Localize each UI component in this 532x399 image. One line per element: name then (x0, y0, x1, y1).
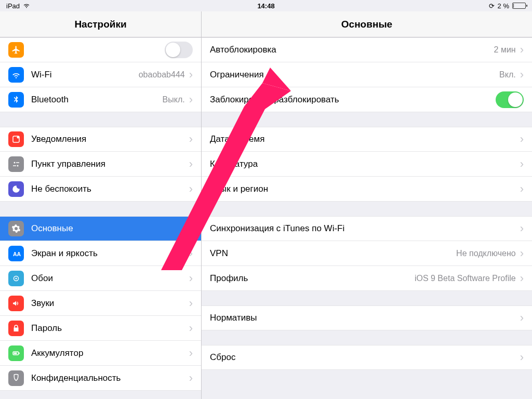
sidebar-item-privacy[interactable]: Конфиденциальность› (0, 366, 201, 391)
status-device-name: iPad (6, 2, 20, 10)
detail-item-label: Нормативы (210, 313, 520, 323)
battery-icon (8, 345, 24, 361)
svg-point-1 (17, 136, 20, 139)
detail-item-value: iOS 9 Beta Software Profile (415, 274, 516, 283)
chevron-right-icon: › (189, 134, 193, 145)
chevron-right-icon: › (520, 44, 524, 56)
sidebar-item-display[interactable]: AAЭкран и яркость› (0, 241, 201, 266)
svg-point-8 (16, 277, 17, 279)
sidebar-item-label: Обои (31, 273, 189, 284)
battery-status-icon (512, 3, 526, 9)
detail-item-label: VPN (210, 248, 456, 259)
sidebar-item-wallpaper[interactable]: Обои› (0, 266, 201, 291)
detail-item-label: Ограничения (210, 70, 499, 80)
detail-item-lockunlock[interactable]: Заблокировать/разблокировать (202, 87, 532, 112)
detail-item-datetime[interactable]: Дата и время› (202, 127, 532, 152)
detail-item-vpn[interactable]: VPNНе подключено› (202, 241, 532, 266)
sidebar-item-dnd[interactable]: Не беспокоить› (0, 177, 201, 202)
detail-item-label: Клавиатура (210, 159, 520, 169)
privacy-icon (8, 370, 24, 386)
gear-icon (8, 221, 24, 236)
detail-item-itunessync[interactable]: Синхронизация с iTunes по Wi-Fi› (202, 216, 532, 241)
bluetooth-icon (8, 92, 24, 108)
battery-percent: 2 % (498, 2, 509, 10)
dnd-icon (8, 181, 24, 197)
detail-item-keyboard[interactable]: Клавиатура› (202, 152, 532, 177)
chevron-right-icon: › (520, 248, 524, 259)
sidebar-item-label: Экран и яркость (31, 248, 189, 259)
chevron-right-icon: › (189, 248, 193, 259)
sidebar-item-notifications[interactable]: Уведомления› (0, 127, 201, 152)
orientation-lock-icon: ⟳ (489, 2, 495, 10)
svg-rect-3 (16, 162, 19, 163)
chevron-right-icon: › (520, 352, 524, 363)
detail-item-langregion[interactable]: Язык и регион› (202, 177, 532, 202)
controlcenter-icon (8, 156, 24, 172)
detail-item-value: 2 мин (494, 45, 516, 55)
detail-item-autolock[interactable]: Автоблокировка2 мин› (202, 37, 532, 62)
sidebar-item-label: Wi-Fi (31, 70, 139, 80)
detail-item-label: Профиль (210, 273, 415, 284)
chevron-right-icon: › (189, 323, 193, 334)
wifi-status-icon (23, 2, 30, 10)
detail-list[interactable]: Автоблокировка2 мин›ОграниченияВкл.›Забл… (202, 37, 532, 399)
svg-point-4 (17, 165, 19, 166)
chevron-right-icon: › (189, 298, 193, 309)
sidebar-item-label: Пароль (31, 323, 189, 334)
sidebar-list[interactable]: Wi-Fiobaobab444›BluetoothВыкл.›Уведомлен… (0, 37, 201, 399)
detail-item-label: Сброс (210, 352, 520, 363)
sidebar-item-airplane[interactable] (0, 37, 201, 62)
chevron-right-icon: › (189, 373, 193, 384)
svg-rect-5 (13, 165, 16, 166)
chevron-right-icon: › (189, 183, 193, 195)
detail-item-reset[interactable]: Сброс› (202, 345, 532, 370)
sidebar-item-value: Выкл. (163, 95, 185, 104)
notifications-icon (8, 131, 24, 147)
detail-item-label: Заблокировать/разблокировать (210, 95, 496, 105)
sidebar-item-general[interactable]: Основные› (0, 216, 201, 241)
chevron-right-icon: › (189, 69, 193, 81)
detail-title: Основные (202, 11, 532, 37)
display-icon: AA (8, 246, 24, 261)
chevron-right-icon: › (520, 134, 524, 145)
sidebar-item-sounds[interactable]: Звуки› (0, 291, 201, 316)
detail-item-label: Дата и время (210, 134, 520, 144)
detail-item-value: Вкл. (499, 70, 516, 79)
detail-item-label: Язык и регион (210, 184, 520, 194)
toggle-lockunlock[interactable] (496, 91, 524, 108)
sidebar-item-battery[interactable]: Аккумулятор› (0, 341, 201, 366)
sidebar-item-label: Не беспокоить (31, 184, 189, 194)
chevron-right-icon: › (189, 158, 193, 170)
sidebar-item-label: Bluetooth (31, 95, 163, 105)
detail-item-label: Автоблокировка (210, 45, 494, 55)
settings-sidebar: Настройки Wi-Fiobaobab444›BluetoothВыкл.… (0, 11, 202, 399)
detail-item-value: Не подключено (456, 249, 516, 258)
chevron-right-icon: › (189, 273, 193, 284)
sidebar-item-bluetooth[interactable]: BluetoothВыкл.› (0, 87, 201, 112)
sidebar-item-wifi[interactable]: Wi-Fiobaobab444› (0, 62, 201, 87)
detail-item-profile[interactable]: ПрофильiOS 9 Beta Software Profile› (202, 266, 532, 291)
wifi-icon (8, 67, 24, 83)
chevron-right-icon: › (189, 94, 193, 105)
toggle-airplane[interactable] (165, 42, 193, 58)
detail-item-restrictions[interactable]: ОграниченияВкл.› (202, 62, 532, 87)
passcode-icon (8, 321, 24, 336)
svg-rect-11 (14, 352, 17, 354)
sidebar-item-label: Основные (31, 223, 189, 234)
sidebar-item-label: Конфиденциальность (31, 373, 189, 383)
chevron-right-icon: › (520, 273, 524, 284)
sidebar-item-controlcenter[interactable]: Пункт управления› (0, 152, 201, 177)
detail-item-regulatory[interactable]: Нормативы› (202, 305, 532, 330)
chevron-right-icon: › (520, 69, 524, 81)
svg-text:AA: AA (13, 250, 21, 257)
chevron-right-icon: › (520, 183, 524, 195)
detail-item-label: Синхронизация с iTunes по Wi-Fi (210, 223, 520, 234)
chevron-right-icon: › (189, 348, 193, 359)
sidebar-item-passcode[interactable]: Пароль› (0, 316, 201, 341)
sidebar-title: Настройки (0, 11, 201, 37)
detail-pane: Основные Автоблокировка2 мин›Ограничения… (202, 11, 532, 399)
chevron-right-icon: › (520, 223, 524, 234)
chevron-right-icon: › (189, 223, 193, 234)
sounds-icon (8, 296, 24, 311)
sidebar-item-label: Звуки (31, 298, 189, 309)
